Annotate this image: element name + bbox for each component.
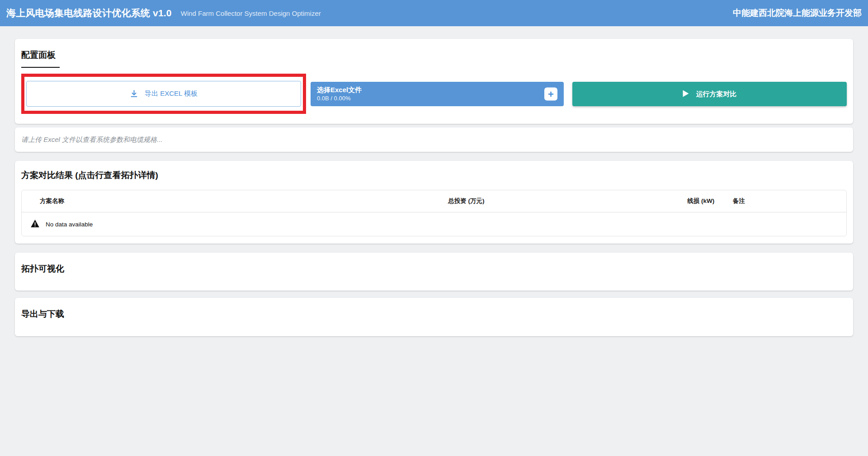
empty-data-row: No data available — [22, 212, 846, 236]
run-comparison-label: 运行方案对比 — [696, 90, 737, 99]
annotation-highlight-box: 导出 EXCEL 模板 — [21, 74, 306, 114]
comparison-results-card: 方案对比结果 (点击行查看拓扑详情) 方案名称 总投资 (万元) 线损 (kW)… — [15, 161, 853, 244]
main-content: 配置面板 导出 EXCEL 模板 选择Exce — [0, 26, 868, 336]
config-panel-card: 配置面板 导出 EXCEL 模板 选择Exce — [15, 39, 853, 124]
upload-zone-label: 选择Excel文件 — [317, 85, 557, 94]
column-header-total-investment: 总投资 (万元) — [446, 190, 685, 212]
app-header: 海上风电场集电线路设计优化系统 v1.0 Wind Farm Collector… — [0, 0, 868, 26]
topology-visualization-title: 拓扑可视化 — [21, 263, 847, 275]
add-file-button[interactable]: + — [544, 88, 557, 101]
app-subtitle: Wind Farm Collector System Design Optimi… — [181, 9, 321, 17]
run-comparison-button[interactable]: 运行方案对比 — [572, 82, 847, 106]
upload-progress-text: 0.0B / 0.00% — [317, 94, 557, 102]
column-header-remark: 备注 — [731, 190, 846, 212]
upload-hint-text: 请上传 Excel 文件以查看系统参数和电缆规格... — [21, 136, 163, 144]
upload-hint-card: 请上传 Excel 文件以查看系统参数和电缆规格... — [15, 127, 853, 152]
comparison-results-title: 方案对比结果 (点击行查看拓扑详情) — [21, 169, 847, 182]
plus-icon: + — [548, 88, 554, 99]
export-excel-template-button[interactable]: 导出 EXCEL 模板 — [26, 81, 301, 107]
warning-icon — [31, 220, 39, 229]
config-controls-row: 导出 EXCEL 模板 选择Excel文件 0.0B / 0.00% + 运行方… — [21, 74, 847, 114]
export-download-card: 导出与下载 — [15, 298, 853, 336]
title-underline — [21, 67, 60, 68]
results-table-header: 方案名称 总投资 (万元) 线损 (kW) 备注 — [22, 190, 846, 212]
play-icon — [683, 90, 689, 99]
config-panel-title: 配置面板 — [21, 49, 847, 61]
download-icon — [130, 89, 138, 98]
results-table: 方案名称 总投资 (万元) 线损 (kW) 备注 — [21, 190, 847, 236]
column-header-scheme-name: 方案名称 — [22, 190, 446, 212]
export-excel-template-label: 导出 EXCEL 模板 — [145, 89, 198, 98]
app-title: 海上风电场集电线路设计优化系统 v1.0 — [6, 7, 172, 19]
no-data-text: No data available — [46, 221, 93, 228]
header-org-label: 中能建西北院海上能源业务开发部 — [733, 7, 862, 19]
topology-visualization-card: 拓扑可视化 — [15, 253, 853, 291]
excel-file-upload-zone[interactable]: 选择Excel文件 0.0B / 0.00% + — [311, 82, 564, 106]
export-download-title: 导出与下载 — [21, 308, 847, 320]
column-header-line-loss: 线损 (kW) — [685, 190, 731, 212]
